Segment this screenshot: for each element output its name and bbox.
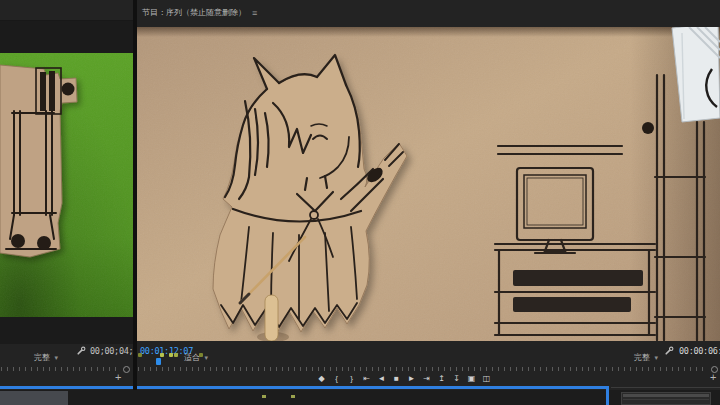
source-button-editor[interactable]: + [115,372,121,383]
program-video-frame [137,27,720,341]
resolution-label: 完整 [634,353,650,362]
add-marker-icon[interactable]: ◆ [317,374,326,384]
go-to-out-icon[interactable]: ⇥ [422,374,431,384]
bottom-panels-sliver [0,390,720,405]
program-button-editor[interactable]: + [710,372,716,383]
transport-controls: ◆ { } ⇤ ◄ ■ ► ⇥ ↥ ↧ ▣ ◫ [317,373,491,385]
panel-menu-icon[interactable]: ≡ [252,8,257,18]
source-zoom-handle[interactable] [123,366,130,373]
source-video-frame [0,53,133,317]
sequence-marker[interactable] [174,353,178,357]
sequence-marker[interactable] [138,353,142,357]
focused-panel-border [0,386,133,389]
source-video-area[interactable] [0,21,133,344]
sequence-marker[interactable] [199,353,203,357]
comparison-view-icon[interactable]: ◫ [482,374,491,384]
step-forward-icon[interactable]: ► [407,374,416,384]
program-monitor-panel[interactable]: 节目：序列（禁止随意删除） ≡ [137,0,720,390]
extract-icon[interactable]: ↧ [452,374,461,384]
playback-resolution-dropdown[interactable]: 完整 ▾ [34,346,58,364]
program-duration-timecode: 00:00:06:44 [679,346,720,356]
program-scrubber[interactable] [138,367,706,371]
focused-panel-border [137,386,607,389]
timeline-clip-sliver [291,395,295,398]
wrench-icon[interactable] [77,346,86,355]
resolution-label: 完整 [34,353,50,362]
program-panel-title: 节目：序列（禁止随意删除） [142,7,246,18]
source-monitor-panel[interactable]: 完整 ▾ 00;00;04;34 + [0,0,133,390]
chevron-down-icon: ▾ [54,354,58,361]
sequence-marker[interactable] [169,353,173,357]
side-panel-sliver-header [623,394,709,397]
side-panel-sliver-row [623,399,709,400]
mark-out-icon[interactable]: } [347,374,356,384]
side-panel-sliver[interactable] [621,392,711,405]
play-stop-icon[interactable]: ■ [392,374,401,384]
export-frame-icon[interactable]: ▣ [467,374,476,384]
lift-icon[interactable]: ↥ [437,374,446,384]
zoom-level-dropdown[interactable]: 适合 ▾ [184,346,208,364]
program-video-area[interactable] [137,27,720,341]
chevron-down-icon: ▾ [654,354,658,361]
go-to-in-icon[interactable]: ⇤ [362,374,371,384]
timeline-scrollbar-thumb[interactable] [0,391,68,405]
panel-border [611,387,720,388]
source-scrubber[interactable] [1,367,119,371]
playhead[interactable] [156,358,161,365]
wrench-icon[interactable] [665,346,674,355]
chevron-down-icon: ▾ [204,354,208,361]
step-back-icon[interactable]: ◄ [377,374,386,384]
sequence-marker[interactable] [160,353,164,357]
premiere-workspace: 完整 ▾ 00;00;04;34 + 节目：序列（禁止随意删除） ≡ [0,0,720,405]
focused-panel-border [606,386,609,405]
playback-resolution-dropdown[interactable]: 完整 ▾ [634,346,658,364]
timeline-clip-sliver [262,395,266,398]
mark-in-icon[interactable]: { [332,374,341,384]
zoom-level-label: 适合 [184,353,200,362]
